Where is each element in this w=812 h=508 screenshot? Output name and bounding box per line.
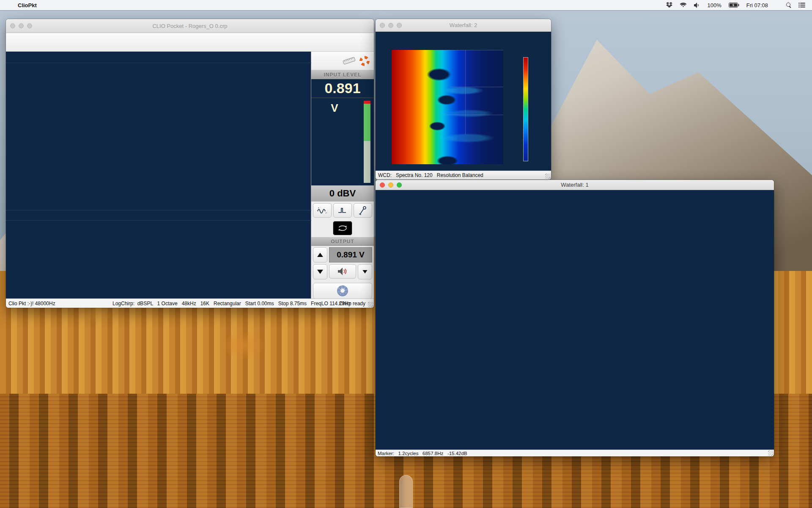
zoom-button[interactable] — [27, 23, 32, 28]
output-mute-button[interactable] — [329, 264, 356, 279]
input-level-value: 0.891 — [311, 79, 374, 98]
waterfall-1-title: Waterfall: 1 — [561, 182, 588, 188]
input-unit-label: V — [311, 102, 358, 115]
window-traffic-lights[interactable] — [10, 23, 32, 28]
waterfall-1-status-bar: Marker: 1.2cycles 6857.8Hz -15.42dB — [376, 450, 774, 456]
output-up-button[interactable] — [313, 247, 327, 262]
window-traffic-lights[interactable] — [380, 182, 402, 188]
signal-step-button[interactable] — [333, 203, 352, 218]
input-dbv-label: 0 dBV — [311, 185, 374, 202]
frequency-response-plot[interactable] — [30, 97, 306, 201]
main-window-titlebar[interactable]: CLIO Pocket - Rogers_O 0.crp — [6, 19, 374, 33]
microphone-button[interactable] — [354, 203, 372, 218]
output-header: OUTPUT — [311, 237, 374, 246]
main-window-title: CLIO Pocket - Rogers_O 0.crp — [152, 23, 227, 29]
settings-gear-button[interactable] — [313, 283, 372, 299]
waterfall-2-window: Waterfall: 2 WCD: Spectra No. 120 Resolu… — [376, 19, 551, 179]
wcd-status: WCD: Spectra No. 120 Resolution Balanced — [376, 172, 483, 178]
desktop: { "menubar": { "app": "ClioPkt", "batter… — [0, 0, 812, 508]
main-status-bar: Clio Pkt :-)! 48000Hz LogChirp: dBSPL 1 … — [6, 298, 374, 308]
close-button[interactable] — [380, 23, 385, 28]
gear-icon — [337, 285, 348, 296]
notification-center-icon[interactable] — [798, 3, 805, 8]
battery-icon[interactable] — [729, 3, 739, 8]
main-toolbar — [6, 33, 374, 52]
fr-graph-toolbar — [6, 52, 311, 63]
battery-percent: 100% — [707, 2, 721, 8]
wifi-icon[interactable] — [680, 3, 687, 8]
output-down-button[interactable] — [313, 264, 327, 279]
dock — [399, 475, 413, 508]
output-select-button[interactable] — [358, 264, 372, 279]
resize-grip[interactable] — [768, 450, 774, 456]
input-meter-zone: V — [311, 98, 374, 185]
volume-icon[interactable] — [694, 3, 700, 8]
zoom-button[interactable] — [397, 182, 402, 188]
menu-bar-clock[interactable]: Fri 07:08 — [746, 2, 768, 8]
close-button[interactable] — [380, 182, 385, 188]
menu-bar: ClioPkt 100% Fri 07:08 — [0, 0, 812, 10]
waterfall-1-window: Waterfall: 1 Marker: 1.2cycles 6857.8Hz … — [376, 180, 774, 456]
marker-readout: Marker: 1.2cycles 6857.8Hz -15.42dB — [376, 451, 467, 456]
resize-grip[interactable] — [545, 174, 551, 179]
input-level-panel: INPUT LEVEL 0.891 V 0 dBV OUTPUT 0. — [311, 52, 374, 298]
loop-cycle-button[interactable] — [333, 221, 352, 235]
clio-main-window: CLIO Pocket - Rogers_O 0.crp INPUT LEVEL… — [6, 19, 374, 308]
resize-grip[interactable] — [368, 302, 373, 307]
minimize-button[interactable] — [388, 23, 393, 28]
colorbar — [523, 57, 528, 161]
graphs-area — [6, 52, 311, 298]
impulse-response-plot[interactable] — [30, 222, 306, 308]
ruler-icon[interactable] — [343, 56, 355, 66]
zoom-button[interactable] — [397, 23, 402, 28]
status-sample-rate: Clio Pkt :-)! 48000Hz — [6, 301, 112, 306]
window-traffic-lights[interactable] — [380, 23, 402, 28]
waterfall-1-titlebar[interactable]: Waterfall: 1 — [376, 180, 774, 190]
waterfall-2-title: Waterfall: 2 — [450, 22, 477, 28]
close-button[interactable] — [10, 23, 15, 28]
csd-colormap[interactable] — [392, 50, 503, 164]
minimize-button[interactable] — [388, 182, 393, 188]
waterfall-1-plot-area — [376, 190, 774, 450]
impulse-graph-toolbar — [6, 210, 311, 221]
input-level-meter — [364, 101, 370, 183]
signal-wave-button[interactable] — [313, 203, 332, 218]
csd-3d-waterfall[interactable] — [376, 190, 774, 450]
output-value: 0.891 V — [329, 247, 372, 262]
dropbox-icon[interactable] — [666, 2, 672, 8]
active-app-name[interactable]: ClioPkt — [18, 2, 37, 8]
help-lifesaver-icon[interactable] — [359, 56, 370, 66]
input-level-header: INPUT LEVEL — [311, 70, 374, 79]
status-measurement-settings: LogChirp: dBSPL 1 Octave 48kHz 16K Recta… — [112, 301, 315, 306]
waterfall-2-plot-area — [376, 32, 551, 171]
spotlight-search-icon[interactable] — [786, 3, 791, 8]
waterfall-2-status-bar: WCD: Spectra No. 120 Resolution Balanced — [376, 171, 551, 179]
minimize-button[interactable] — [19, 23, 24, 28]
waterfall-2-titlebar[interactable]: Waterfall: 2 — [376, 19, 551, 32]
